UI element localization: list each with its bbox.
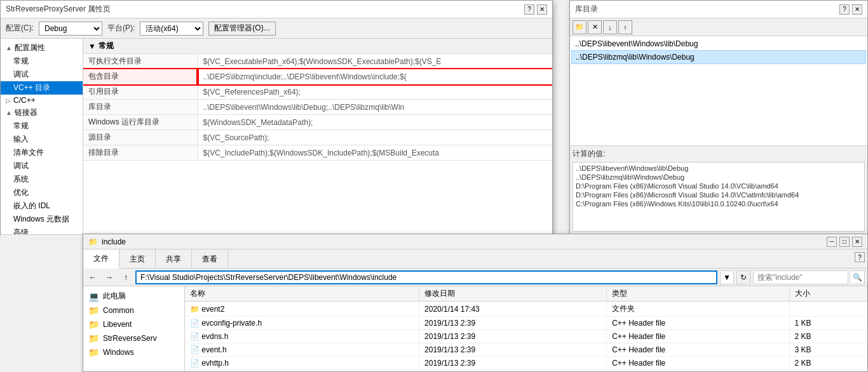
tab-share[interactable]: 共享 — [156, 249, 192, 269]
lib-list: ..\DEPS\libevent\Windows\lib\Debug ..\DE… — [570, 36, 867, 145]
prop-row-reference: 引用目录 $(VC_ReferencesPath_x64); — [83, 84, 552, 100]
lib-content: 📁 ✕ ↓ ↑ ..\DEPS\libevent\Windows\lib\Deb… — [570, 18, 867, 234]
tree-item-linker-input[interactable]: 输入 — [1, 133, 83, 146]
col-name[interactable]: 名称 — [185, 286, 419, 302]
tree-item-linker-general[interactable]: 常规 — [1, 119, 83, 133]
prop-value-source[interactable]: $(VC_SourcePath); — [198, 130, 552, 145]
prop-name-reference: 引用目录 — [83, 84, 198, 100]
col-type[interactable]: 类型 — [607, 286, 789, 302]
file-name-event: 📄 event.h — [185, 343, 419, 357]
tab-view[interactable]: 查看 — [192, 249, 228, 269]
tree-item-embedded-idl[interactable]: 嵌入的 IDL — [1, 199, 83, 213]
config-bar: 配置(C): Debug 平台(P): 活动(x64) 配置管理器(O)... — [1, 18, 552, 39]
tree-label-win-meta: Windows 元数据 — [13, 214, 69, 225]
address-dropdown-btn[interactable]: ▼ — [720, 270, 734, 284]
lib-item-2[interactable]: ..\DEPS\libzmq\lib\Windows\Debug — [571, 50, 866, 64]
refresh-btn[interactable]: ↻ — [736, 270, 750, 284]
tree-item-optimize[interactable]: 优化 — [1, 186, 83, 199]
tree-item-vc-dirs[interactable]: VC++ 目录 — [1, 81, 83, 95]
prop-row-source: 源目录 $(VC_SourcePath); — [83, 130, 552, 145]
prop-row-exclude: 排除目录 $(VC_IncludePath);$(WindowsSDK_Incl… — [83, 145, 552, 161]
lib-help-btn[interactable]: ? — [839, 4, 850, 15]
tree-item-linker-debug[interactable]: 调试 — [1, 159, 83, 173]
lib-close-btn[interactable]: ✕ — [852, 4, 862, 15]
libevent-icon: 📁 — [88, 319, 99, 329]
props-help-btn[interactable]: ? — [524, 4, 534, 15]
prop-row-include: 包含目录 ..\DEPS\libzmq\include;..\DEPS\libe… — [83, 69, 552, 84]
config-select[interactable]: Debug — [39, 22, 102, 36]
prop-value-reference[interactable]: $(VC_ReferencesPath_x64); — [198, 84, 552, 100]
tree-item-linker[interactable]: ▲ 链接器 — [1, 106, 83, 119]
lib-delete-btn[interactable]: ✕ — [588, 20, 602, 34]
this-pc-label: 此电脑 — [103, 291, 126, 302]
tree-label-optimize: 优化 — [13, 187, 29, 198]
address-input[interactable] — [135, 270, 717, 284]
prop-value-executable[interactable]: $(VC_ExecutablePath_x64);$(WindowsSDK_Ex… — [198, 54, 552, 69]
config-manager-btn[interactable]: 配置管理器(O)... — [208, 22, 275, 36]
lib-computed-list: ..\DEPS\libevent\Windows\lib\Debug ..\DE… — [573, 162, 865, 232]
prop-value-include[interactable]: ..\DEPS\libzmq\include;..\DEPS\libevent\… — [198, 69, 552, 84]
explorer-help-btn[interactable]: ? — [855, 252, 865, 262]
props-close-btn[interactable]: ✕ — [537, 4, 547, 15]
tree-item-advanced[interactable]: 高级 — [1, 226, 83, 234]
explorer-minimize-btn[interactable]: ─ — [827, 237, 837, 247]
tree-strreverse[interactable]: 📁 StrReverseServ — [83, 331, 184, 345]
tree-libevent[interactable]: 📁 Libevent — [83, 317, 184, 331]
tree-label-advanced: 高级 — [13, 227, 29, 234]
files-header-row: 名称 修改日期 类型 大小 — [185, 286, 867, 302]
col-size[interactable]: 大小 — [789, 286, 867, 302]
nav-up-btn[interactable]: ↑ — [119, 270, 133, 284]
tree-item-manifest[interactable]: 清单文件 — [1, 146, 83, 159]
address-bar: ← → ↑ ▼ ↻ 🔍 — [83, 269, 867, 286]
tree-item-config-props[interactable]: ▲ 配置属性 — [1, 41, 83, 55]
col-date[interactable]: 修改日期 — [419, 286, 607, 302]
event-icon: 📄 — [190, 345, 200, 354]
tree-label-linker-debug: 调试 — [13, 161, 29, 171]
lib-down-btn[interactable]: ↓ — [603, 20, 617, 34]
tree-item-debug[interactable]: 调试 — [1, 68, 83, 81]
file-type-evdns: C++ Header file — [607, 330, 789, 343]
file-row-event2[interactable]: 📁 event2 2020/1/14 17:43 文件夹 — [185, 302, 867, 317]
explorer-maximize-btn[interactable]: □ — [839, 237, 850, 247]
file-row-evdns[interactable]: 📄 evdns.h 2019/1/13 2:39 C++ Header file… — [185, 330, 867, 343]
nav-forward-btn[interactable]: → — [102, 270, 116, 284]
prop-name-include: 包含目录 — [83, 69, 198, 84]
explorer-close-btn[interactable]: ✕ — [852, 237, 862, 247]
tree-item-general[interactable]: 常规 — [1, 55, 83, 68]
file-size-event2 — [789, 302, 867, 317]
file-name-event2: 📁 event2 — [185, 302, 419, 317]
tree-common[interactable]: 📁 Common — [83, 303, 184, 317]
library-dialog: 库目录 ? ✕ 📁 ✕ ↓ ↑ ..\DEPS\libevent\Windows… — [569, 0, 868, 235]
evhttp-icon: 📄 — [190, 359, 200, 368]
search-input[interactable] — [753, 270, 848, 284]
file-row-evconfig[interactable]: 📄 evconfig-private.h 2019/1/13 2:39 C++ … — [185, 317, 867, 330]
file-size-event: 3 KB — [789, 343, 867, 357]
prop-value-exclude[interactable]: $(VC_IncludePath);$(WindowsSDK_IncludePa… — [198, 145, 552, 161]
prop-value-library[interactable]: ..\DEPS\libevent\Windows\lib\Debug;..\DE… — [198, 100, 552, 115]
tab-home[interactable]: 主页 — [119, 249, 156, 269]
file-size-evconfig: 1 KB — [789, 317, 867, 330]
common-icon: 📁 — [88, 305, 99, 316]
this-pc-icon: 💻 — [88, 291, 99, 302]
file-row-evhttp[interactable]: 📄 evhttp.h 2019/1/13 2:39 C++ Header fil… — [185, 357, 867, 370]
platform-select[interactable]: 活动(x64) — [140, 22, 203, 36]
tree-item-system[interactable]: 系统 — [1, 173, 83, 186]
lib-item-1[interactable]: ..\DEPS\libevent\Windows\lib\Debug — [571, 37, 866, 50]
file-row-event[interactable]: 📄 event.h 2019/1/13 2:39 C++ Header file… — [185, 343, 867, 357]
tab-file[interactable]: 文件 — [83, 249, 119, 269]
lib-computed-item-1: ..\DEPS\libevent\Windows\lib\Debug — [576, 164, 862, 173]
search-btn[interactable]: 🔍 — [851, 270, 865, 284]
tree-this-pc[interactable]: 💻 此电脑 — [83, 289, 184, 303]
nav-back-btn[interactable]: ← — [86, 270, 100, 284]
props-table: 可执行文件目录 $(VC_ExecutablePath_x64);$(Windo… — [83, 54, 552, 161]
prop-value-winruntime[interactable]: $(WindowsSDK_MetadataPath); — [198, 115, 552, 130]
file-size-evhttp: 2 KB — [789, 357, 867, 370]
tree-item-win-meta[interactable]: Windows 元数据 — [1, 213, 83, 226]
windows-icon: 📁 — [88, 347, 99, 357]
lib-up-btn[interactable]: ↑ — [618, 20, 632, 34]
props-panel: ▼ 常规 可执行文件目录 $(VC_ExecutablePath_x64);$(… — [83, 39, 552, 234]
file-name-evconfig: 📄 evconfig-private.h — [185, 317, 419, 330]
tree-windows[interactable]: 📁 Windows — [83, 345, 184, 359]
lib-new-btn[interactable]: 📁 — [573, 20, 587, 34]
tree-item-cpp[interactable]: ▷ C/C++ — [1, 95, 83, 106]
